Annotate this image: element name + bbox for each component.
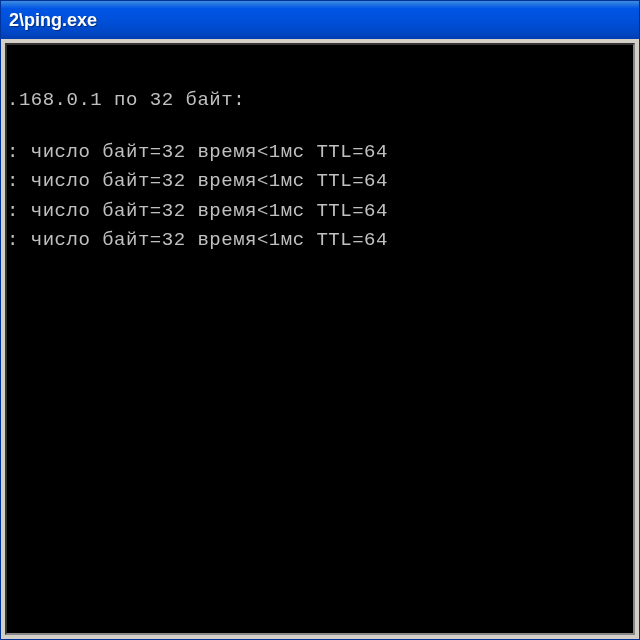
- ping-reply-line: : число байт=32 время<1мс TTL=64: [7, 138, 633, 167]
- ping-header-line: .168.0.1 по 32 байт:: [7, 86, 633, 115]
- window-frame: 2\ping.exe .168.0.1 по 32 байт:: число б…: [0, 0, 640, 640]
- ping-reply-line: : число байт=32 время<1мс TTL=64: [7, 197, 633, 226]
- console-output[interactable]: .168.0.1 по 32 байт:: число байт=32 врем…: [5, 43, 635, 635]
- ping-reply-line: : число байт=32 время<1мс TTL=64: [7, 167, 633, 196]
- titlebar[interactable]: 2\ping.exe: [1, 1, 639, 39]
- console-container: .168.0.1 по 32 байт:: число байт=32 врем…: [1, 39, 639, 639]
- window-title: 2\ping.exe: [9, 10, 97, 31]
- ping-reply-line: : число байт=32 время<1мс TTL=64: [7, 226, 633, 255]
